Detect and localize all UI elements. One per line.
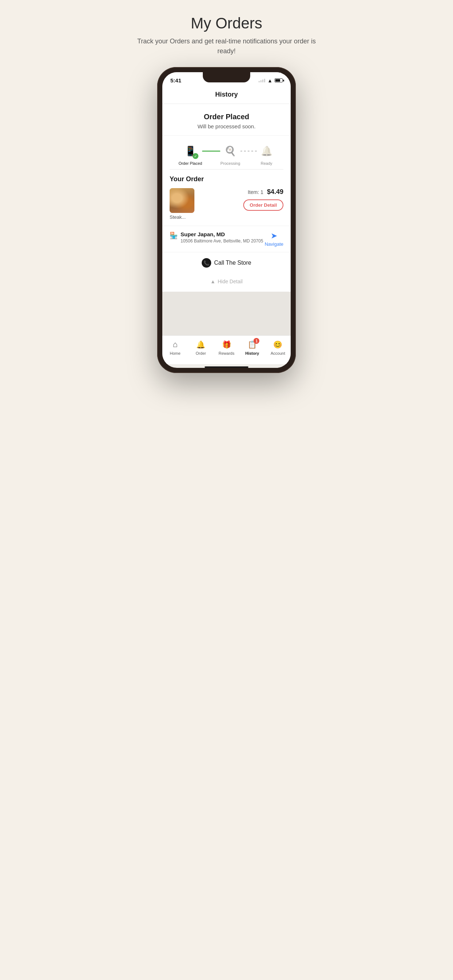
page-subtitle: Track your Orders and get real-time noti… bbox=[135, 37, 318, 56]
order-status-title: Order Placed bbox=[170, 113, 283, 121]
step-processing: 🍳 Processing bbox=[220, 143, 240, 165]
item-count-price: Item: 1 $4.49 bbox=[248, 188, 283, 196]
step-label-order-placed: Order Placed bbox=[179, 161, 202, 165]
connector-1 bbox=[202, 151, 220, 152]
step-label-processing: Processing bbox=[220, 161, 240, 165]
nav-item-history[interactable]: 📋 1 History bbox=[239, 339, 265, 355]
food-label: Steak... bbox=[170, 215, 195, 220]
status-time: 5:41 bbox=[170, 77, 181, 83]
store-left: 🏪 Super Japan, MD 10506 Baltimore Ave, B… bbox=[170, 231, 263, 243]
rewards-icon: 🎁 bbox=[222, 340, 231, 349]
nav-item-account[interactable]: 😊 Account bbox=[265, 339, 291, 355]
step-order-placed: 📱 ✓ Order Placed bbox=[179, 143, 202, 165]
call-store-row[interactable]: 📞 Call The Store bbox=[162, 252, 291, 274]
nav-item-home[interactable]: ⌂ Home bbox=[162, 339, 188, 355]
hide-detail-row[interactable]: ▲ Hide Detail bbox=[162, 274, 291, 292]
step-label-ready: Ready bbox=[261, 161, 273, 165]
nav-icon-home-wrap: ⌂ bbox=[170, 339, 180, 350]
nav-item-order[interactable]: 🔔 Order bbox=[188, 339, 214, 355]
nav-icon-order-wrap: 🔔 bbox=[196, 339, 206, 350]
store-address: 10506 Baltimore Ave, Beltsville, MD 2070… bbox=[180, 239, 263, 243]
call-phone-icon: 📞 bbox=[202, 258, 211, 267]
nav-item-rewards[interactable]: 🎁 Rewards bbox=[214, 339, 239, 355]
nav-label-home: Home bbox=[170, 351, 180, 355]
battery-icon bbox=[274, 78, 283, 83]
signal-dots-icon bbox=[258, 79, 265, 83]
order-icon: 🔔 bbox=[196, 340, 205, 349]
nav-icon-rewards-wrap: 🎁 bbox=[222, 339, 231, 350]
food-image-container: Steak... bbox=[170, 188, 195, 220]
connector-line-2 bbox=[240, 151, 258, 152]
your-order-section: Your Order Steak... Item: 1 $4.49 Order … bbox=[162, 170, 291, 226]
nav-label-order: Order bbox=[196, 351, 206, 355]
nav-label-history: History bbox=[245, 351, 259, 355]
app-header-title: History bbox=[215, 91, 238, 98]
nav-label-rewards: Rewards bbox=[219, 351, 234, 355]
order-item-row: Steak... Item: 1 $4.49 Order Detail bbox=[170, 188, 283, 220]
history-badge: 1 bbox=[254, 338, 259, 344]
food-image bbox=[170, 188, 195, 213]
phone-frame: 5:41 ▲ History bbox=[157, 67, 296, 373]
empty-area bbox=[162, 292, 291, 336]
phone-screen: 5:41 ▲ History bbox=[162, 72, 291, 368]
store-building-icon: 🏪 bbox=[170, 232, 178, 240]
order-item-details: Item: 1 $4.49 Order Detail bbox=[199, 188, 283, 211]
store-text: Super Japan, MD 10506 Baltimore Ave, Bel… bbox=[180, 231, 263, 243]
progress-steps: 📱 ✓ Order Placed 🍳 Process bbox=[162, 135, 291, 169]
order-status-subtitle: Will be processed soon. bbox=[170, 123, 283, 129]
home-icon: ⌂ bbox=[173, 340, 178, 349]
step-icon-order-placed: 📱 ✓ bbox=[182, 143, 198, 159]
store-info-row: 🏪 Super Japan, MD 10506 Baltimore Ave, B… bbox=[162, 226, 291, 252]
your-order-title: Your Order bbox=[170, 175, 283, 183]
hide-detail-label: Hide Detail bbox=[218, 278, 242, 285]
step-ready: 🔔 Ready bbox=[258, 143, 274, 165]
item-price: $4.49 bbox=[267, 188, 283, 196]
nav-icon-account-wrap: 😊 bbox=[273, 339, 283, 350]
navigate-button[interactable]: ➤ Navigate bbox=[265, 231, 283, 247]
app-header: History bbox=[162, 86, 291, 104]
account-icon: 😊 bbox=[273, 340, 282, 349]
connector-2 bbox=[240, 151, 258, 152]
nav-icon-history-wrap: 📋 1 bbox=[247, 339, 257, 350]
step-icon-ready: 🔔 bbox=[258, 143, 274, 159]
connector-line-1 bbox=[202, 151, 220, 152]
hide-chevron-icon: ▲ bbox=[211, 278, 215, 285]
step-badge-order-placed: ✓ bbox=[193, 153, 198, 159]
order-card: Order Placed Will be processed soon. 📱 ✓… bbox=[162, 104, 291, 292]
status-icons: ▲ bbox=[258, 78, 283, 83]
page-title: My Orders bbox=[135, 14, 318, 32]
call-store-label: Call The Store bbox=[214, 259, 251, 266]
order-detail-button[interactable]: Order Detail bbox=[243, 199, 283, 211]
navigate-label: Navigate bbox=[265, 241, 283, 247]
nav-label-account: Account bbox=[271, 351, 285, 355]
home-indicator bbox=[205, 366, 248, 368]
navigate-icon: ➤ bbox=[271, 231, 277, 240]
item-count: Item: 1 bbox=[248, 189, 263, 195]
screen-content: Order Placed Will be processed soon. 📱 ✓… bbox=[162, 104, 291, 336]
bottom-nav: ⌂ Home 🔔 Order 🎁 Rewards 📋 1 bbox=[162, 336, 291, 364]
step-icon-processing: 🍳 bbox=[222, 143, 238, 159]
store-name: Super Japan, MD bbox=[180, 231, 263, 237]
order-status-section: Order Placed Will be processed soon. bbox=[162, 104, 291, 135]
page-header: My Orders Track your Orders and get real… bbox=[135, 14, 318, 56]
wifi-icon: ▲ bbox=[267, 78, 273, 83]
phone-notch bbox=[203, 72, 250, 83]
